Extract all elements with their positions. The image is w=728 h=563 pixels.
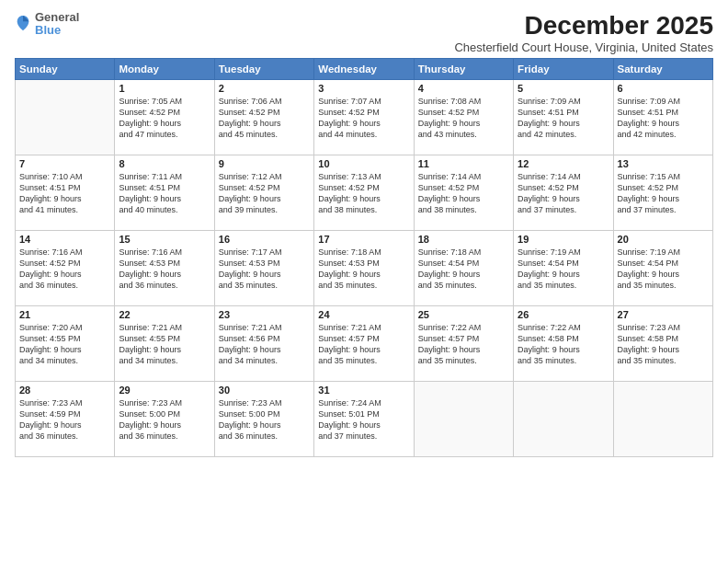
day-info: Sunrise: 7:19 AMSunset: 4:54 PMDaylight:… — [618, 247, 709, 292]
day-number: 4 — [418, 83, 509, 94]
day-cell: 14Sunrise: 7:16 AMSunset: 4:52 PMDayligh… — [16, 231, 115, 306]
col-saturday: Saturday — [613, 59, 712, 80]
col-sunday: Sunday — [16, 59, 115, 80]
day-info: Sunrise: 7:16 AMSunset: 4:53 PMDaylight:… — [119, 247, 210, 292]
day-cell: 22Sunrise: 7:21 AMSunset: 4:55 PMDayligh… — [115, 306, 214, 382]
day-number: 14 — [19, 234, 110, 245]
day-number: 5 — [518, 83, 609, 94]
day-number: 15 — [119, 234, 210, 245]
day-cell: 24Sunrise: 7:21 AMSunset: 4:57 PMDayligh… — [314, 306, 414, 382]
subtitle: Chesterfield Court House, Virginia, Unit… — [454, 40, 713, 54]
col-monday: Monday — [115, 59, 214, 80]
day-number: 1 — [119, 83, 210, 94]
day-info: Sunrise: 7:15 AMSunset: 4:52 PMDaylight:… — [618, 171, 709, 216]
day-cell: 30Sunrise: 7:23 AMSunset: 5:00 PMDayligh… — [214, 382, 313, 457]
day-info: Sunrise: 7:23 AMSunset: 4:58 PMDaylight:… — [618, 322, 709, 367]
day-number: 24 — [318, 309, 409, 320]
week-row-2: 14Sunrise: 7:16 AMSunset: 4:52 PMDayligh… — [16, 231, 713, 306]
day-info: Sunrise: 7:12 AMSunset: 4:52 PMDaylight:… — [219, 171, 310, 216]
day-cell: 19Sunrise: 7:19 AMSunset: 4:54 PMDayligh… — [514, 231, 613, 306]
day-cell: 8Sunrise: 7:11 AMSunset: 4:51 PMDaylight… — [115, 155, 214, 231]
logo-blue: Blue — [35, 24, 79, 37]
header-row: Sunday Monday Tuesday Wednesday Thursday… — [16, 59, 713, 80]
header: General Blue December 2025 Chesterfield … — [15, 11, 713, 54]
day-cell: 7Sunrise: 7:10 AMSunset: 4:51 PMDaylight… — [16, 155, 115, 231]
day-number: 22 — [119, 309, 210, 320]
day-info: Sunrise: 7:18 AMSunset: 4:54 PMDaylight:… — [418, 247, 509, 292]
day-cell: 28Sunrise: 7:23 AMSunset: 4:59 PMDayligh… — [16, 382, 115, 457]
day-info: Sunrise: 7:06 AMSunset: 4:52 PMDaylight:… — [219, 96, 310, 141]
day-number: 12 — [518, 158, 609, 169]
day-info: Sunrise: 7:08 AMSunset: 4:52 PMDaylight:… — [418, 96, 509, 141]
calendar: Sunday Monday Tuesday Wednesday Thursday… — [15, 58, 713, 457]
month-title: December 2025 — [454, 11, 713, 40]
day-number: 9 — [219, 158, 310, 169]
day-info: Sunrise: 7:14 AMSunset: 4:52 PMDaylight:… — [418, 171, 509, 216]
day-info: Sunrise: 7:23 AMSunset: 5:00 PMDaylight:… — [119, 397, 210, 442]
day-number: 18 — [418, 234, 509, 245]
day-cell: 13Sunrise: 7:15 AMSunset: 4:52 PMDayligh… — [613, 155, 712, 231]
logo: General Blue — [15, 11, 79, 38]
day-info: Sunrise: 7:13 AMSunset: 4:52 PMDaylight:… — [318, 171, 409, 216]
day-number: 23 — [219, 309, 310, 320]
day-cell: 21Sunrise: 7:20 AMSunset: 4:55 PMDayligh… — [16, 306, 115, 382]
day-cell — [514, 382, 613, 457]
day-cell: 16Sunrise: 7:17 AMSunset: 4:53 PMDayligh… — [214, 231, 313, 306]
day-info: Sunrise: 7:05 AMSunset: 4:52 PMDaylight:… — [119, 96, 210, 141]
day-cell: 4Sunrise: 7:08 AMSunset: 4:52 PMDaylight… — [414, 80, 513, 155]
day-cell: 29Sunrise: 7:23 AMSunset: 5:00 PMDayligh… — [115, 382, 214, 457]
day-cell: 31Sunrise: 7:24 AMSunset: 5:01 PMDayligh… — [314, 382, 414, 457]
day-number: 28 — [19, 385, 110, 396]
day-cell: 17Sunrise: 7:18 AMSunset: 4:53 PMDayligh… — [314, 231, 414, 306]
day-number: 17 — [318, 234, 409, 245]
day-info: Sunrise: 7:07 AMSunset: 4:52 PMDaylight:… — [318, 96, 409, 141]
day-cell: 1Sunrise: 7:05 AMSunset: 4:52 PMDaylight… — [115, 80, 214, 155]
day-number: 16 — [219, 234, 310, 245]
day-cell: 5Sunrise: 7:09 AMSunset: 4:51 PMDaylight… — [514, 80, 613, 155]
week-row-1: 7Sunrise: 7:10 AMSunset: 4:51 PMDaylight… — [16, 155, 713, 231]
day-info: Sunrise: 7:22 AMSunset: 4:57 PMDaylight:… — [418, 322, 509, 367]
col-wednesday: Wednesday — [314, 59, 414, 80]
day-cell: 6Sunrise: 7:09 AMSunset: 4:51 PMDaylight… — [613, 80, 712, 155]
day-info: Sunrise: 7:17 AMSunset: 4:53 PMDaylight:… — [219, 247, 310, 292]
day-cell: 27Sunrise: 7:23 AMSunset: 4:58 PMDayligh… — [613, 306, 712, 382]
day-info: Sunrise: 7:09 AMSunset: 4:51 PMDaylight:… — [518, 96, 609, 141]
day-number: 2 — [219, 83, 310, 94]
day-info: Sunrise: 7:18 AMSunset: 4:53 PMDaylight:… — [318, 247, 409, 292]
day-number: 13 — [618, 158, 709, 169]
day-number: 30 — [219, 385, 310, 396]
page: General Blue December 2025 Chesterfield … — [0, 0, 728, 563]
day-cell: 23Sunrise: 7:21 AMSunset: 4:56 PMDayligh… — [214, 306, 313, 382]
col-tuesday: Tuesday — [214, 59, 313, 80]
day-number: 10 — [318, 158, 409, 169]
day-number: 19 — [518, 234, 609, 245]
day-number: 21 — [19, 309, 110, 320]
day-number: 20 — [618, 234, 709, 245]
day-number: 3 — [318, 83, 409, 94]
day-cell: 25Sunrise: 7:22 AMSunset: 4:57 PMDayligh… — [414, 306, 513, 382]
day-cell: 2Sunrise: 7:06 AMSunset: 4:52 PMDaylight… — [214, 80, 313, 155]
title-area: December 2025 Chesterfield Court House, … — [454, 11, 713, 54]
day-info: Sunrise: 7:11 AMSunset: 4:51 PMDaylight:… — [119, 171, 210, 216]
day-number: 26 — [518, 309, 609, 320]
day-info: Sunrise: 7:16 AMSunset: 4:52 PMDaylight:… — [19, 247, 110, 292]
day-cell — [613, 382, 712, 457]
day-cell: 10Sunrise: 7:13 AMSunset: 4:52 PMDayligh… — [314, 155, 414, 231]
logo-general: General — [35, 11, 79, 24]
day-cell — [414, 382, 513, 457]
day-info: Sunrise: 7:21 AMSunset: 4:55 PMDaylight:… — [119, 322, 210, 367]
day-info: Sunrise: 7:21 AMSunset: 4:57 PMDaylight:… — [318, 322, 409, 367]
day-number: 29 — [119, 385, 210, 396]
day-info: Sunrise: 7:10 AMSunset: 4:51 PMDaylight:… — [19, 171, 110, 216]
day-info: Sunrise: 7:14 AMSunset: 4:52 PMDaylight:… — [518, 171, 609, 216]
week-row-0: 1Sunrise: 7:05 AMSunset: 4:52 PMDaylight… — [16, 80, 713, 155]
day-cell: 12Sunrise: 7:14 AMSunset: 4:52 PMDayligh… — [514, 155, 613, 231]
day-cell: 15Sunrise: 7:16 AMSunset: 4:53 PMDayligh… — [115, 231, 214, 306]
day-info: Sunrise: 7:24 AMSunset: 5:01 PMDaylight:… — [318, 397, 409, 442]
day-number: 25 — [418, 309, 509, 320]
logo-text: General Blue — [35, 11, 79, 38]
day-cell: 11Sunrise: 7:14 AMSunset: 4:52 PMDayligh… — [414, 155, 513, 231]
day-number: 8 — [119, 158, 210, 169]
day-info: Sunrise: 7:23 AMSunset: 4:59 PMDaylight:… — [19, 397, 110, 442]
logo-icon — [15, 14, 31, 34]
